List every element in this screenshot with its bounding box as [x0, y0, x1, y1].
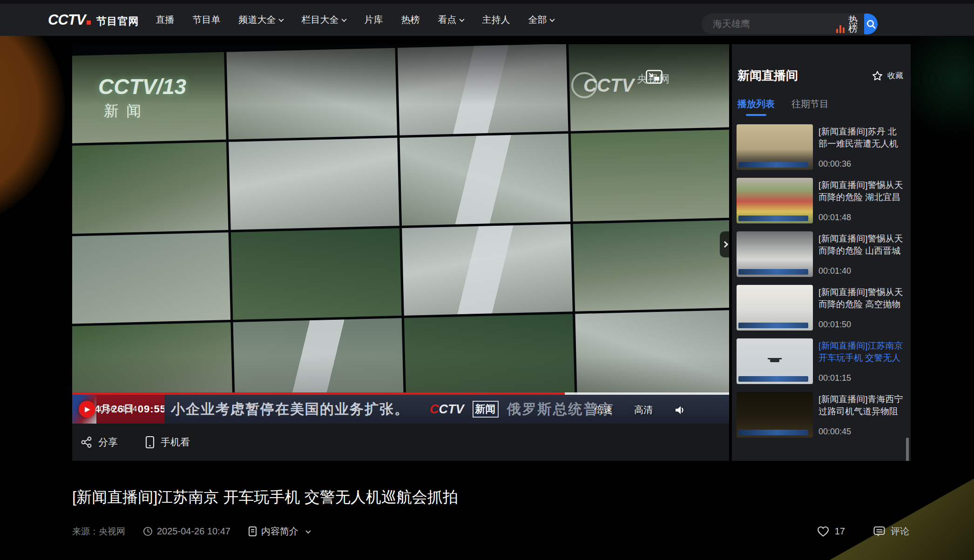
cctv-camera-tile	[72, 142, 228, 234]
quality-button[interactable]: 高清	[634, 404, 653, 416]
top-strip	[0, 0, 974, 4]
player-controls: 倍速 高清	[594, 404, 686, 416]
share-button[interactable]: 分享	[81, 436, 118, 449]
watch-on-mobile-button[interactable]: 手机看	[145, 436, 190, 449]
chevron-down-icon	[305, 528, 311, 533]
playlist-item-duration: 00:00:45	[818, 427, 905, 437]
playlist-scrollbar[interactable]	[906, 438, 909, 461]
chevron-down-icon	[550, 16, 555, 21]
decor-olive-corner	[830, 479, 974, 560]
like-count: 17	[835, 526, 845, 537]
playlist-item-title: [新闻直播间]警惕从天而降的危险 高空抛物	[818, 286, 905, 310]
playlist-item-duration: 00:00:36	[818, 159, 905, 169]
cctv-camera-tile	[229, 138, 399, 229]
playlist-thumbnail	[737, 338, 813, 384]
cctv-camera-tile	[399, 134, 570, 225]
playlist-item[interactable]: [新闻直播间]警惕从天而降的危险 高空抛物00:01:50	[737, 285, 905, 331]
cctv-camera-tile	[72, 52, 226, 144]
sidebar-collapse-handle[interactable]	[720, 231, 729, 257]
bar-chart-icon	[836, 25, 845, 33]
comment-label: 评论	[891, 525, 909, 538]
heart-icon	[817, 526, 830, 537]
chevron-right-icon	[722, 241, 728, 248]
playlist-item[interactable]: [新闻直播间]警惕从天而降的危险 山西晋城00:01:40	[737, 231, 905, 277]
nav-item-看点[interactable]: 看点	[438, 13, 464, 26]
nav-item-栏目大全[interactable]: 栏目大全	[301, 13, 346, 26]
playlist-thumbnail	[737, 178, 813, 223]
cctv-camera-tile	[398, 44, 568, 135]
like-button[interactable]: 17	[817, 526, 845, 537]
ticker-news-badge: 新闻	[473, 401, 499, 418]
share-label: 分享	[98, 436, 118, 449]
chevron-down-icon	[342, 16, 347, 21]
nav-item-全部[interactable]: 全部	[528, 13, 554, 26]
playlist-thumbnail	[737, 124, 813, 170]
video-title: [新闻直播间]江苏南京 开车玩手机 交警无人机巡航会抓拍	[72, 487, 705, 508]
phone-icon	[145, 436, 155, 449]
cctv-camera-tile	[231, 228, 402, 320]
document-icon	[248, 526, 257, 537]
video-action-bar: 分享 手机看	[72, 424, 729, 461]
favorite-button[interactable]: 收藏	[872, 70, 903, 81]
nav-item-片库[interactable]: 片库	[364, 13, 383, 26]
playlist-item-title: [新闻直播间]警惕从天而降的危险 山西晋城	[818, 233, 905, 257]
playlist-item[interactable]: [新闻直播间]江苏南京 开车玩手机 交警无人00:01:15	[737, 338, 905, 384]
picture-in-picture-icon	[646, 70, 663, 84]
playlist-thumbnail	[737, 392, 813, 438]
tab-播放列表[interactable]: 播放列表	[737, 98, 775, 116]
nav-item-主持人[interactable]: 主持人	[482, 13, 510, 26]
nav-item-频道大全[interactable]: 频道大全	[238, 13, 283, 26]
cctv-camera-tile	[226, 48, 397, 140]
cctv-camera-tile	[404, 314, 575, 405]
comment-button[interactable]: 评论	[873, 525, 909, 538]
playlist-thumbnail	[737, 285, 813, 331]
playback-speed-button[interactable]: 倍速	[594, 404, 613, 416]
playlist-item-title: [新闻直播间]青海西宁 过路司机气道异物阻	[818, 393, 905, 418]
picture-in-picture-button[interactable]	[646, 70, 663, 84]
summary-toggle[interactable]: 内容简介	[248, 525, 310, 538]
playlist-item-duration: 00:01:15	[818, 373, 905, 383]
main-nav: 直播节目单频道大全栏目大全片库热榜看点主持人全部	[156, 13, 554, 26]
sidebar: 新闻直播间 收藏 播放列表往期节目 [新闻直播间]苏丹 北部一难民营遭无人机00…	[732, 44, 911, 461]
volume-button[interactable]	[674, 405, 686, 416]
video-source: 来源：央视网	[72, 526, 125, 538]
playlist: [新闻直播间]苏丹 北部一难民营遭无人机00:00:36[新闻直播间]警惕从天而…	[732, 116, 911, 438]
time-display: 0:56 / 1:14	[100, 405, 137, 414]
video-monitor-wall	[72, 44, 729, 414]
cctv-camera-tile	[72, 232, 230, 324]
nav-item-节目单[interactable]: 节目单	[192, 13, 220, 26]
playlist-item[interactable]: [新闻直播间]苏丹 北部一难民营遭无人机00:00:36	[737, 124, 905, 170]
tab-往期节目[interactable]: 往期节目	[791, 98, 829, 116]
favorite-label: 收藏	[887, 70, 903, 81]
playlist-item-duration: 00:01:48	[818, 213, 905, 223]
speaker-icon	[674, 405, 686, 416]
publish-time: 2025-04-26 10:47	[143, 526, 230, 537]
engagement: 17 评论	[817, 525, 909, 538]
site-logo[interactable]: CCTV 节目官网	[48, 12, 139, 28]
logo-dot	[87, 20, 91, 25]
search-input[interactable]	[702, 13, 836, 34]
chevron-down-icon	[279, 16, 284, 21]
hot-ranking-link[interactable]: 热榜	[836, 15, 858, 33]
search-bar: 热榜	[702, 13, 878, 34]
video-meta: 来源：央视网 2025-04-26 10:47 内容简介	[72, 525, 310, 538]
playlist-item-duration: 00:01:40	[818, 266, 905, 276]
playlist-item-title: [新闻直播间]江苏南京 开车玩手机 交警无人	[818, 340, 905, 364]
play-button[interactable]: ▶	[79, 401, 95, 418]
hot-ranking-label: 热榜	[848, 15, 858, 33]
cctv-camera-tile	[573, 220, 729, 311]
nav-item-热榜[interactable]: 热榜	[401, 13, 419, 26]
playlist-item[interactable]: [新闻直播间]警惕从天而降的危险 湖北宜昌00:01:48	[737, 178, 905, 223]
cctv-camera-tile	[402, 224, 573, 316]
playlist-item-title: [新闻直播间]苏丹 北部一难民营遭无人机	[818, 126, 905, 150]
cctv-camera-tile	[575, 310, 729, 401]
video-player[interactable]: CCTV/13 新闻 CCTV 央视网 4月26日 09:55 小企业考虑暂停在…	[72, 44, 729, 424]
clock-icon	[143, 526, 153, 536]
sidebar-tabs: 播放列表往期节目	[732, 84, 911, 116]
summary-label: 内容简介	[261, 525, 298, 538]
cctv-camera-tile	[571, 129, 729, 221]
playlist-item-duration: 00:01:50	[818, 320, 905, 330]
page: CCTV 节目官网 直播节目单频道大全栏目大全片库热榜看点主持人全部 热榜 CC…	[0, 0, 974, 560]
playlist-item[interactable]: [新闻直播间]青海西宁 过路司机气道异物阻00:00:45	[737, 392, 905, 438]
nav-item-直播[interactable]: 直播	[156, 13, 174, 26]
